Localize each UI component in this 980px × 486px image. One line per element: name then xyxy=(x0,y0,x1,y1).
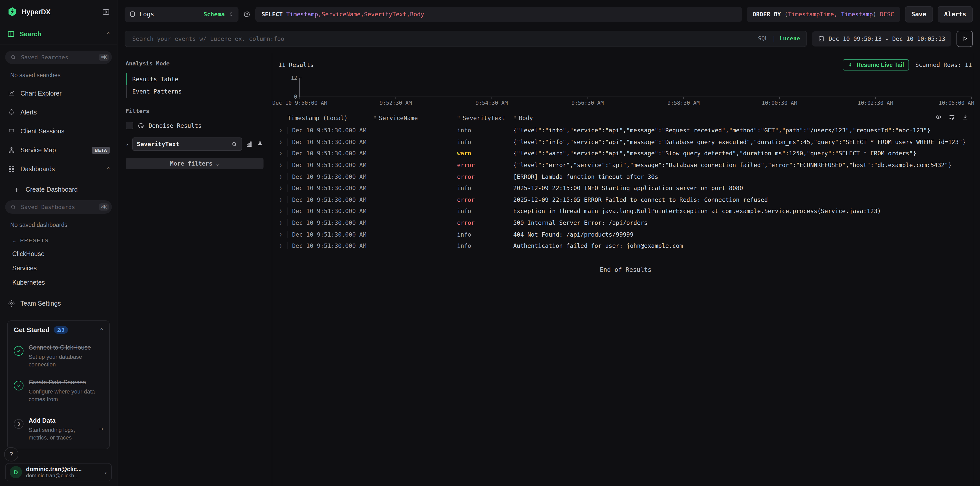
saved-searches-search[interactable]: ⌘K xyxy=(5,51,112,64)
create-dashboard-button[interactable]: Create Dashboard xyxy=(10,186,112,193)
histogram-plot-area[interactable]: 12 0 Dec 10 9:50:00 AM9:52:30 AM9:54:30 … xyxy=(299,78,971,97)
log-row[interactable]: ❯ Dec 10 9:51:30.000 AM info {"level":"i… xyxy=(278,125,972,136)
source-select[interactable]: Logs Schema xyxy=(125,6,239,22)
x-axis-label: 9:52:30 AM xyxy=(379,100,412,106)
gear-icon xyxy=(7,300,15,307)
sidebar-item-team-settings[interactable]: Team Settings xyxy=(5,300,112,307)
x-axis-label: 9:58:30 AM xyxy=(667,100,700,106)
get-started-step-connect[interactable]: Connect to ClickHouse Set up your databa… xyxy=(14,342,103,368)
mode-results-table[interactable]: Results Table xyxy=(126,73,264,85)
pin-icon[interactable] xyxy=(256,140,264,148)
denoise-results-toggle[interactable]: Denoise Results xyxy=(126,122,264,129)
drag-handle-icon[interactable]: ⠿ xyxy=(373,116,376,120)
get-started-step-sources[interactable]: Create Data Sources Configure where your… xyxy=(14,376,103,403)
expand-row-icon[interactable]: ❯ xyxy=(278,209,288,214)
alerts-button[interactable]: Alerts xyxy=(937,6,973,22)
event-search-box[interactable]: SQL | Lucene xyxy=(125,30,807,47)
sidebar-item-chart-explorer[interactable]: Chart Explorer xyxy=(5,89,112,97)
log-body: Authentication failed for user: john@exa… xyxy=(513,242,972,249)
presets-label: PRESETS xyxy=(20,237,49,243)
chevron-right-icon[interactable]: › xyxy=(126,141,129,147)
preset-services[interactable]: Services xyxy=(12,265,112,272)
expand-row-icon[interactable]: ❯ xyxy=(278,174,288,179)
expand-row-icon[interactable]: ❯ xyxy=(278,243,288,249)
expand-row-icon[interactable]: ❯ xyxy=(278,220,288,225)
resume-live-tail-button[interactable]: Resume Live Tail xyxy=(843,59,909,70)
x-axis-tick xyxy=(683,97,684,99)
log-row[interactable]: ❯ Dec 10 9:51:30.000 AM error 500 Intern… xyxy=(278,217,972,229)
presets-section[interactable]: ⌄ PRESETS xyxy=(12,237,112,243)
y-axis-tick xyxy=(300,78,302,78)
chevron-up-icon: ⌃ xyxy=(107,166,110,172)
hyperdx-logo-icon[interactable] xyxy=(7,6,18,17)
log-row[interactable]: ❯ Dec 10 9:51:30.000 AM warn {"level":"w… xyxy=(278,148,972,159)
column-header-body[interactable]: ⠿Body xyxy=(513,115,972,122)
log-body: 404 Not Found: /api/products/99999 xyxy=(513,231,972,238)
wrap-lines-icon[interactable] xyxy=(948,113,956,121)
expand-row-icon[interactable]: ❯ xyxy=(278,186,288,191)
drag-handle-icon[interactable]: ⠿ xyxy=(457,116,460,120)
sidebar-collapse-icon[interactable] xyxy=(102,8,110,16)
log-row[interactable]: ❯ Dec 10 9:51:30.000 AM info 2025-12-09 … xyxy=(278,182,972,194)
dashboards-icon xyxy=(7,165,15,173)
download-icon[interactable] xyxy=(962,113,969,121)
preset-kubernetes[interactable]: Kubernetes xyxy=(12,279,112,286)
sidebar-item-dashboards[interactable]: Dashboards ⌃ xyxy=(5,165,112,173)
column-header-timestamp[interactable]: Timestamp (Local) xyxy=(288,115,373,122)
plus-icon xyxy=(12,186,21,193)
x-axis-label: 10:02:30 AM xyxy=(858,100,893,106)
orderby-paren-close: ) xyxy=(873,11,876,18)
column-header-severitytext[interactable]: ⠿SeverityText xyxy=(457,115,513,122)
preset-clickhouse[interactable]: ClickHouse xyxy=(12,250,112,258)
mode-event-patterns[interactable]: Event Patterns xyxy=(126,85,264,97)
chart-filter-icon[interactable] xyxy=(246,140,253,148)
sql-select-input[interactable]: SELECT Timestamp,ServiceName,SeverityTex… xyxy=(255,6,742,22)
log-row[interactable]: ❯ Dec 10 9:51:30.000 AM error [ERROR] La… xyxy=(278,171,972,182)
expand-row-icon[interactable]: ❯ xyxy=(278,128,288,133)
log-row[interactable]: ❯ Dec 10 9:51:30.000 AM info Authenticat… xyxy=(278,240,972,252)
saved-dashboards-input[interactable] xyxy=(20,203,95,211)
log-row[interactable]: ❯ Dec 10 9:51:30.000 AM error 2025-12-09… xyxy=(278,194,972,206)
log-row[interactable]: ❯ Dec 10 9:51:30.000 AM info 404 Not Fou… xyxy=(278,229,972,240)
query-toolbar: Logs Schema SELECT Timestamp,ServiceName… xyxy=(118,0,980,24)
code-view-icon[interactable] xyxy=(935,113,942,121)
source-settings-gear-icon[interactable] xyxy=(243,10,251,18)
expand-row-icon[interactable]: ❯ xyxy=(278,151,288,156)
orderby-keyword: ORDER BY xyxy=(752,11,781,18)
log-severity: warn xyxy=(457,150,513,157)
lang-toggle-sql[interactable]: SQL xyxy=(758,35,768,42)
sidebar-item-service-map[interactable]: Service Map BETA xyxy=(5,146,112,154)
expand-row-icon[interactable]: ❯ xyxy=(278,163,288,167)
chevron-up-icon[interactable]: ⌃ xyxy=(100,327,103,333)
log-row[interactable]: ❯ Dec 10 9:51:30.000 AM error {"level":"… xyxy=(278,159,972,171)
saved-searches-input[interactable] xyxy=(20,53,95,61)
run-query-button[interactable] xyxy=(956,30,973,47)
sidebar-item-alerts[interactable]: Alerts xyxy=(5,108,112,116)
log-timestamp: Dec 10 9:51:30.000 AM xyxy=(288,139,373,146)
expand-row-icon[interactable]: ❯ xyxy=(278,140,288,145)
y-axis-max-label: 12 xyxy=(291,75,297,81)
log-body: 2025-12-09 22:15:05 ERROR Failed to conn… xyxy=(513,196,972,203)
order-by-input[interactable]: ORDER BY (TimestampTime, Timestamp) DESC xyxy=(746,6,900,22)
severity-filter-field[interactable]: SeverityText xyxy=(132,137,242,151)
event-search-input[interactable] xyxy=(131,35,754,43)
sidebar-item-search[interactable]: Search ⌃ xyxy=(0,30,117,38)
save-button[interactable]: Save xyxy=(905,6,933,22)
log-row[interactable]: ❯ Dec 10 9:51:30.000 AM info Exception i… xyxy=(278,206,972,217)
column-header-servicename[interactable]: ⠿ServiceName xyxy=(373,115,457,122)
saved-dashboards-search[interactable]: ⌘K xyxy=(5,200,112,214)
step-title: Create Data Sources xyxy=(29,378,86,386)
log-row[interactable]: ❯ Dec 10 9:51:30.000 AM info {"level":"i… xyxy=(278,136,972,148)
denoise-checkbox[interactable] xyxy=(126,122,133,129)
help-button[interactable]: ? xyxy=(4,447,18,462)
expand-row-icon[interactable]: ❯ xyxy=(278,197,288,202)
get-started-step-add-data[interactable]: 3 Add Data Start sending logs, metrics, … xyxy=(14,415,103,441)
time-range-picker[interactable]: Dec 10 09:50:13 - Dec 10 10:05:13 xyxy=(812,31,951,46)
lang-toggle-lucene[interactable]: Lucene xyxy=(780,35,800,42)
expand-row-icon[interactable]: ❯ xyxy=(278,232,288,237)
more-filters-button[interactable]: More filters ⌄ xyxy=(126,158,264,169)
sidebar-item-client-sessions[interactable]: Client Sessions xyxy=(5,127,112,135)
drag-handle-icon[interactable]: ⠿ xyxy=(513,116,516,120)
log-body: 2025-12-09 22:15:00 INFO Starting applic… xyxy=(513,185,972,192)
user-menu[interactable]: D dominic.tran@clic... dominic.tran@clic… xyxy=(5,463,112,481)
